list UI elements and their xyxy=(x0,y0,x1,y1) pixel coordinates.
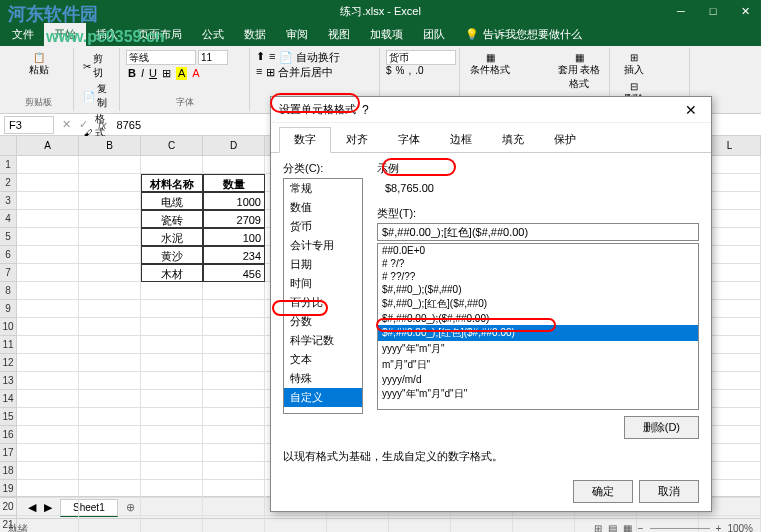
type-item[interactable]: $#,##0.00_);($#,##0.00) xyxy=(378,312,698,325)
tab-review[interactable]: 审阅 xyxy=(276,23,318,46)
cell[interactable] xyxy=(17,498,79,516)
row-header[interactable]: 9 xyxy=(0,300,17,318)
close-button[interactable]: ✕ xyxy=(729,0,761,22)
maximize-button[interactable]: □ xyxy=(697,0,729,22)
row-header[interactable]: 8 xyxy=(0,282,17,300)
cell[interactable] xyxy=(203,444,265,462)
type-item[interactable]: # ?/? xyxy=(378,257,698,270)
tab-team[interactable]: 团队 xyxy=(413,23,455,46)
cell[interactable] xyxy=(203,282,265,300)
cell[interactable] xyxy=(79,246,141,264)
paste-button[interactable]: 📋粘贴 xyxy=(10,50,67,79)
cell[interactable] xyxy=(141,462,203,480)
row-header[interactable]: 18 xyxy=(0,462,17,480)
cell[interactable] xyxy=(203,462,265,480)
cell[interactable] xyxy=(17,354,79,372)
cell[interactable] xyxy=(203,318,265,336)
cell[interactable]: 材料名称 xyxy=(141,174,203,192)
cell[interactable] xyxy=(17,480,79,498)
cell[interactable] xyxy=(389,516,451,532)
type-input[interactable] xyxy=(377,223,699,241)
type-item[interactable]: yyyy"年"m"月"d"日" xyxy=(378,386,698,402)
cell[interactable] xyxy=(79,336,141,354)
row-header[interactable]: 17 xyxy=(0,444,17,462)
row-header[interactable]: 21 xyxy=(0,516,17,532)
row-header[interactable]: 13 xyxy=(0,372,17,390)
cell[interactable] xyxy=(141,516,203,532)
cell[interactable] xyxy=(79,156,141,174)
cell[interactable] xyxy=(17,372,79,390)
cell[interactable]: 100 xyxy=(203,228,265,246)
type-item[interactable]: $#,##0_);[红色]($#,##0) xyxy=(378,296,698,312)
row-header[interactable]: 14 xyxy=(0,390,17,408)
type-item[interactable]: m"月"d"日" xyxy=(378,357,698,373)
cell[interactable] xyxy=(203,300,265,318)
currency-button[interactable]: $ xyxy=(386,65,392,76)
cell[interactable] xyxy=(17,246,79,264)
dialog-tab-font[interactable]: 字体 xyxy=(383,127,435,152)
cell[interactable] xyxy=(79,300,141,318)
type-item[interactable]: $#,##0_);($#,##0) xyxy=(378,283,698,296)
font-color-button[interactable]: A xyxy=(192,67,199,80)
cell[interactable] xyxy=(79,354,141,372)
cell[interactable] xyxy=(79,426,141,444)
wrap-button[interactable]: 📄 自动换行 xyxy=(279,50,340,65)
align-top-button[interactable]: ⬆ xyxy=(256,50,265,65)
col-header[interactable]: A xyxy=(17,136,79,156)
cell[interactable] xyxy=(17,516,79,532)
select-all-corner[interactable] xyxy=(0,136,17,156)
row-header[interactable]: 1 xyxy=(0,156,17,174)
cell[interactable] xyxy=(79,210,141,228)
cell[interactable]: 水泥 xyxy=(141,228,203,246)
cell[interactable] xyxy=(17,336,79,354)
cell[interactable] xyxy=(513,516,575,532)
bold-button[interactable]: B xyxy=(128,67,136,80)
cell[interactable] xyxy=(79,444,141,462)
tab-formulas[interactable]: 公式 xyxy=(192,23,234,46)
fx-icon[interactable]: fx xyxy=(92,119,113,131)
category-item[interactable]: 日期 xyxy=(284,255,362,274)
cell[interactable] xyxy=(17,174,79,192)
cell[interactable] xyxy=(141,444,203,462)
cell[interactable] xyxy=(141,390,203,408)
increase-decimal-button[interactable]: .0 xyxy=(415,65,423,76)
underline-button[interactable]: U xyxy=(149,67,157,80)
italic-button[interactable]: I xyxy=(141,67,144,80)
cell[interactable] xyxy=(141,354,203,372)
cell[interactable] xyxy=(79,228,141,246)
comma-button[interactable]: , xyxy=(408,65,411,76)
cell[interactable] xyxy=(79,264,141,282)
tab-view[interactable]: 视图 xyxy=(318,23,360,46)
tab-data[interactable]: 数据 xyxy=(234,23,276,46)
cell[interactable] xyxy=(79,372,141,390)
type-list[interactable]: ##0.0E+0# ?/?# ??/??$#,##0_);($#,##0)$#,… xyxy=(377,243,699,410)
cell[interactable] xyxy=(327,516,389,532)
insert-cells-button[interactable]: ⊞插入 xyxy=(616,50,652,79)
dialog-tab-border[interactable]: 边框 xyxy=(435,127,487,152)
category-item[interactable]: 货币 xyxy=(284,217,362,236)
fill-color-button[interactable]: A xyxy=(176,67,187,80)
type-item[interactable]: yyyy/m/d xyxy=(378,373,698,386)
category-item[interactable]: 特殊 xyxy=(284,369,362,388)
cell[interactable] xyxy=(141,336,203,354)
dialog-tab-alignment[interactable]: 对齐 xyxy=(331,127,383,152)
row-header[interactable]: 6 xyxy=(0,246,17,264)
cell[interactable] xyxy=(203,390,265,408)
tab-addins[interactable]: 加载项 xyxy=(360,23,413,46)
cell[interactable] xyxy=(79,480,141,498)
cell[interactable]: 电缆 xyxy=(141,192,203,210)
align-left-button[interactable]: ≡ xyxy=(256,65,262,80)
cell[interactable] xyxy=(17,228,79,246)
row-header[interactable]: 19 xyxy=(0,480,17,498)
category-item[interactable]: 自定义 xyxy=(284,388,362,407)
type-item[interactable]: yyyy"年"m"月" xyxy=(378,341,698,357)
cell[interactable] xyxy=(17,282,79,300)
cell[interactable] xyxy=(141,282,203,300)
category-item[interactable]: 百分比 xyxy=(284,293,362,312)
cell[interactable] xyxy=(17,192,79,210)
cell[interactable] xyxy=(141,426,203,444)
cell[interactable] xyxy=(203,480,265,498)
ok-button[interactable]: 确定 xyxy=(573,480,633,503)
type-item[interactable]: ##0.0E+0 xyxy=(378,244,698,257)
minimize-button[interactable]: ─ xyxy=(665,0,697,22)
